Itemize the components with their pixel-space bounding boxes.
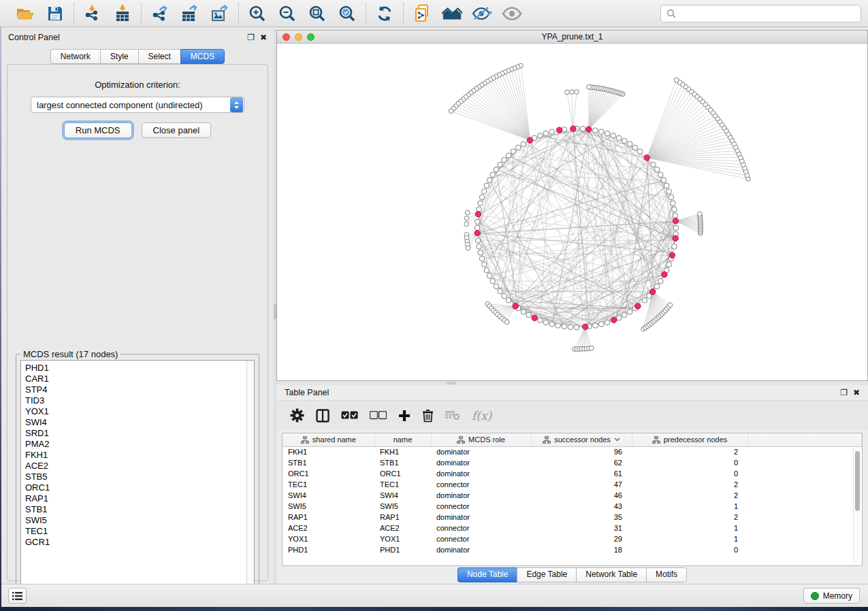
tab-network[interactable]: Network <box>50 49 100 64</box>
column-header-MCDS-role[interactable]: MCDS role <box>431 433 531 446</box>
column-header-successor-nodes[interactable]: successor nodes <box>531 433 632 446</box>
close-panel-icon[interactable]: ✖ <box>260 33 267 42</box>
cell[interactable]: SWI4 <box>374 490 431 501</box>
result-node-item[interactable]: TEC1 <box>25 526 254 537</box>
splitter-handle[interactable] <box>447 382 456 384</box>
cell[interactable]: 96 <box>531 446 632 457</box>
table-row[interactable]: SWI5SWI5connector431 <box>283 501 862 512</box>
result-node-item[interactable]: SRD1 <box>25 428 254 439</box>
table-row[interactable]: FKH1FKH1dominator962 <box>283 446 862 457</box>
cell[interactable]: 29 <box>531 533 632 544</box>
table-row[interactable]: SWI4SWI4dominator462 <box>283 490 862 501</box>
result-node-item[interactable]: STB5 <box>25 472 254 482</box>
cell[interactable]: ORC1 <box>374 468 431 479</box>
cell[interactable]: YOX1 <box>283 533 374 544</box>
cell[interactable]: SWI5 <box>283 501 374 512</box>
table-row[interactable]: RAP1RAP1dominator352 <box>283 512 862 523</box>
export-table-icon[interactable] <box>180 3 200 24</box>
add-column-icon[interactable] <box>398 410 411 422</box>
column-header-name[interactable]: name <box>374 433 431 446</box>
search-field[interactable] <box>660 5 861 22</box>
select-all-rows-icon[interactable] <box>341 411 358 420</box>
cell[interactable]: ACE2 <box>374 523 431 533</box>
result-node-item[interactable]: ACE2 <box>25 461 254 472</box>
cell[interactable]: dominator <box>431 490 531 501</box>
table-scrollbar[interactable] <box>853 448 861 563</box>
cell[interactable]: 0 <box>632 544 748 555</box>
cell[interactable]: 2 <box>632 512 748 523</box>
result-node-item[interactable]: CAR1 <box>25 374 254 384</box>
result-node-item[interactable]: FKH1 <box>25 450 254 461</box>
table-row[interactable]: ACE2ACE2connector311 <box>283 523 862 533</box>
zoom-fit-icon[interactable] <box>307 3 327 24</box>
hide-graphics-icon[interactable] <box>472 3 492 24</box>
open-file-icon[interactable] <box>15 3 35 24</box>
birdseye-icon[interactable] <box>442 3 462 24</box>
table-row[interactable]: PHD1PHD1dominator180 <box>283 544 862 555</box>
zoom-in-icon[interactable] <box>247 3 268 24</box>
result-list-scrollbar[interactable] <box>246 361 254 601</box>
cell[interactable]: 2 <box>632 446 748 457</box>
delete-column-icon[interactable] <box>422 409 434 423</box>
cell[interactable]: connector <box>431 523 531 533</box>
float-panel-icon[interactable]: ❐ <box>840 389 848 397</box>
network-canvas[interactable] <box>277 44 867 380</box>
sort-arrow-icon[interactable] <box>614 437 620 442</box>
mcds-result-list[interactable]: PHD1CAR1STP4TID3YOX1SWI4SRD1PMA2FKH1ACE2… <box>20 360 255 602</box>
show-columns-icon[interactable] <box>316 409 329 423</box>
refresh-icon[interactable] <box>374 3 395 24</box>
tab-motifs[interactable]: Motifs <box>646 567 687 582</box>
cell[interactable]: 62 <box>531 457 632 468</box>
deselect-all-rows-icon[interactable] <box>370 411 387 420</box>
result-node-item[interactable]: SWI5 <box>25 515 254 526</box>
cell[interactable]: PHD1 <box>283 544 374 555</box>
cell[interactable]: 0 <box>632 457 748 468</box>
cell[interactable]: 2 <box>632 490 748 501</box>
result-node-item[interactable]: YOX1 <box>25 406 254 417</box>
cell[interactable]: dominator <box>431 468 531 479</box>
cell[interactable]: FKH1 <box>374 446 431 457</box>
show-graphics-icon[interactable] <box>502 3 522 24</box>
table-row[interactable]: ORC1ORC1dominator610 <box>283 468 862 479</box>
cell[interactable]: 1 <box>632 533 748 544</box>
task-history-button[interactable] <box>8 588 27 604</box>
result-node-item[interactable]: ORC1 <box>25 482 254 493</box>
cell[interactable]: ACE2 <box>283 523 374 533</box>
result-node-item[interactable]: STB1 <box>25 504 254 515</box>
cell[interactable]: STB1 <box>374 457 431 468</box>
cell[interactable]: 61 <box>531 468 632 479</box>
save-icon[interactable] <box>45 3 65 24</box>
export-image-icon[interactable] <box>210 3 230 24</box>
cell[interactable]: 1 <box>632 523 748 533</box>
cell[interactable]: SWI4 <box>283 490 374 501</box>
result-node-item[interactable]: STP4 <box>25 384 254 395</box>
import-network-icon[interactable] <box>82 3 103 24</box>
tab-node-table[interactable]: Node Table <box>457 567 517 582</box>
tab-style[interactable]: Style <box>100 49 138 64</box>
table-row[interactable]: STB1STB1dominator620 <box>283 457 862 468</box>
cell[interactable]: SWI5 <box>374 501 431 512</box>
result-node-item[interactable]: GCR1 <box>25 537 254 548</box>
cell[interactable]: dominator <box>431 512 531 523</box>
cell[interactable]: 47 <box>531 479 632 490</box>
cell[interactable]: PHD1 <box>374 544 431 555</box>
result-node-item[interactable]: RAP1 <box>25 493 254 504</box>
cell[interactable]: ORC1 <box>283 468 374 479</box>
cell[interactable]: 43 <box>531 501 632 512</box>
cell[interactable]: dominator <box>431 544 531 555</box>
run-mcds-button[interactable]: Run MCDS <box>64 122 132 138</box>
cell[interactable]: 18 <box>531 544 632 555</box>
result-node-item[interactable]: TID3 <box>25 395 254 406</box>
zoom-selected-icon[interactable] <box>337 3 357 24</box>
cell[interactable]: connector <box>431 501 531 512</box>
result-node-item[interactable]: SWI4 <box>25 417 254 428</box>
cell[interactable]: RAP1 <box>283 512 374 523</box>
cell[interactable]: dominator <box>431 446 531 457</box>
optimization-criterion-select[interactable]: largest connected component (undirected) <box>31 97 244 113</box>
tab-network-table[interactable]: Network Table <box>576 567 646 582</box>
result-node-item[interactable]: PHD1 <box>25 363 254 374</box>
memory-button[interactable]: Memory <box>803 588 860 604</box>
cell[interactable]: 35 <box>531 512 632 523</box>
cell[interactable]: TEC1 <box>283 479 374 490</box>
cell[interactable]: YOX1 <box>374 533 431 544</box>
